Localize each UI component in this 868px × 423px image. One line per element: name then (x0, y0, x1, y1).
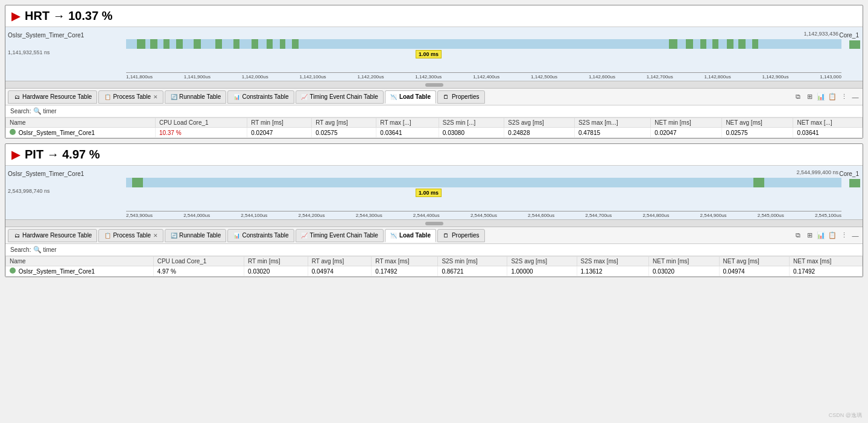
ruler-hrt: 1,141,800us 1,141,900us 1,142,000us 1,14… (126, 72, 841, 80)
scrollbar-pit[interactable] (5, 220, 863, 227)
action-more-hrt[interactable]: ⋮ (839, 92, 849, 102)
action-bar-pit[interactable]: 📋 (828, 231, 837, 240)
core-box-pit (849, 179, 860, 187)
cell-s2s-avg-pit-1: 1.00000 (507, 266, 577, 277)
panel-hrt: ▶ HRT → 10.37 % OsIsr_System_Timer_Core1… (5, 5, 863, 139)
col-net-avg-hrt: NET avg [ms] (722, 118, 793, 128)
search-bar-hrt: Search: 🔍 timer (5, 105, 863, 118)
tab-hrt-constraints[interactable]: 📊 Constraints Table (227, 90, 294, 104)
block-hrt-10 (280, 39, 285, 49)
block-hrt-17 (738, 39, 746, 49)
tab-hrt-process[interactable]: 📋 Process Table ✕ (98, 90, 163, 104)
panel-pit-title: PIT → 4.97 % (25, 148, 100, 161)
cell-s2s-min-hrt-1: 0.03080 (439, 128, 504, 138)
scrollbar-hrt[interactable] (5, 81, 863, 89)
cell-cpu-pit-1: 4.97 % (153, 266, 244, 277)
ns-right-pit: 2,544,999,400 ns (796, 169, 838, 175)
tab-pit-process[interactable]: 📋 Process Table ✕ (98, 229, 163, 242)
cell-name-pit-1: OsIsr_System_Timer_Core1 (6, 266, 154, 277)
scrollbar-thumb-hrt[interactable] (425, 83, 443, 87)
core-label-hrt: Core_1 (839, 32, 859, 39)
arrow-icon-pit[interactable]: ▶ (11, 148, 20, 161)
search-value-hrt[interactable]: timer (43, 108, 56, 114)
core-box-hrt (849, 40, 860, 49)
col-cpu-hrt: CPU Load Core_1 (155, 118, 247, 128)
tab-pit-properties[interactable]: 🗒 Properties (437, 229, 485, 242)
hardware-table-icon: 🗂 (13, 93, 21, 101)
block-hrt-18 (752, 39, 758, 49)
process-table-icon-pit: 📋 (104, 232, 111, 239)
action-chart-hrt[interactable]: 📊 (816, 92, 826, 102)
tabs-actions-hrt: ⧉ ⊞ 📊 📋 ⋮ — (793, 92, 860, 102)
track-label-pit: OsIsr_System_Timer_Core1 (8, 171, 84, 177)
search-icon-hrt: 🔍 (33, 107, 42, 115)
runnable-table-icon-pit: 🔄 (170, 232, 177, 239)
table-container-pit: Name CPU Load Core_1 RT min [ms] RT avg … (5, 256, 863, 277)
col-s2s-min-hrt: S2S min [...] (439, 118, 504, 128)
block-hrt-1 (137, 39, 145, 49)
col-rt-max-pit: RT max [ms] (372, 257, 438, 266)
action-grid-pit[interactable]: ⊞ (805, 231, 814, 240)
search-label-hrt: Search: (10, 108, 31, 114)
tab-pit-process-close[interactable]: ✕ (153, 233, 158, 239)
tab-hrt-properties[interactable]: 🗒 Properties (437, 90, 485, 104)
tab-pit-timing[interactable]: 📈 Timing Event Chain Table (296, 229, 384, 242)
tab-pit-runnable[interactable]: 🔄 Runnable Table (165, 229, 226, 242)
watermark: CSDN @逸璃 (829, 412, 862, 419)
ruler-pit: 2,543,900us 2,544,000us 2,544,100us 2,54… (126, 211, 841, 218)
cell-s2s-max-hrt-1: 0.47815 (574, 128, 650, 138)
block-hrt-4 (176, 39, 183, 49)
block-hrt-9 (267, 39, 273, 49)
block-hrt-12 (669, 39, 677, 49)
tab-hrt-hardware-label: Hardware Resource Table (22, 93, 92, 100)
tab-pit-process-label: Process Table (113, 232, 151, 239)
tab-hrt-hardware[interactable]: 🗂 Hardware Resource Table (8, 90, 97, 104)
tab-hrt-properties-label: Properties (452, 93, 480, 100)
tab-hrt-timing[interactable]: 📈 Timing Event Chain Table (296, 90, 384, 104)
tab-hrt-runnable[interactable]: 🔄 Runnable Table (165, 90, 226, 104)
tab-pit-properties-label: Properties (452, 232, 480, 239)
properties-icon-pit: 🗒 (443, 232, 450, 239)
data-table-hrt: Name CPU Load Core_1 RT min [ms] RT avg … (5, 118, 863, 138)
constraints-table-icon: 📊 (233, 93, 240, 101)
tabs-bar-pit: 🗂 Hardware Resource Table 📋 Process Tabl… (5, 227, 863, 244)
col-net-max-hrt: NET max [...] (793, 118, 863, 128)
action-min-pit[interactable]: — (851, 231, 860, 240)
core-label-pit: Core_1 (839, 171, 859, 177)
cell-rt-min-hrt-1: 0.02047 (247, 128, 312, 138)
cell-net-max-pit-1: 0.17492 (790, 266, 863, 277)
table-row-pit-1[interactable]: OsIsr_System_Timer_Core1 4.97 % 0.03020 … (6, 266, 863, 277)
timeline-pit: OsIsr_System_Timer_Core1 Core_1 1.00 ms … (5, 166, 863, 220)
action-bar-hrt[interactable]: 📋 (828, 92, 837, 102)
arrow-icon-hrt[interactable]: ▶ (11, 10, 20, 23)
tab-pit-hardware[interactable]: 🗂 Hardware Resource Table (8, 229, 97, 242)
action-grid-hrt[interactable]: ⊞ (805, 92, 814, 102)
load-table-icon-pit: 📉 (390, 232, 398, 239)
tab-hrt-process-close[interactable]: ✕ (153, 94, 158, 100)
action-copy-hrt[interactable]: ⧉ (793, 92, 803, 102)
scrollbar-thumb-pit[interactable] (425, 222, 443, 225)
cell-rt-min-pit-1: 0.03020 (244, 266, 308, 277)
col-cpu-pit: CPU Load Core_1 (153, 257, 244, 266)
tab-pit-load-label: Load Table (399, 232, 431, 239)
cell-rt-max-hrt-1: 0.03641 (376, 128, 439, 138)
action-more-pit[interactable]: ⋮ (839, 231, 849, 240)
col-s2s-min-pit: S2S min [ms] (438, 257, 507, 266)
col-rt-min-hrt: RT min [ms] (247, 118, 312, 128)
block-pit-1 (132, 178, 143, 187)
tab-hrt-runnable-label: Runnable Table (179, 93, 221, 100)
tab-pit-constraints[interactable]: 📊 Constraints Table (227, 229, 294, 242)
tab-pit-load[interactable]: 📉 Load Table (385, 229, 436, 242)
tab-pit-runnable-label: Runnable Table (179, 232, 221, 239)
col-rt-avg-pit: RT avg [ms] (308, 257, 372, 266)
timeline-hrt: OsIsr_System_Timer_Core1 Core_1 1.00 ms … (5, 27, 863, 81)
action-copy-pit[interactable]: ⧉ (793, 231, 803, 240)
search-value-pit[interactable]: timer (43, 246, 56, 253)
action-chart-pit[interactable]: 📊 (816, 231, 826, 240)
tab-hrt-load[interactable]: 📉 Load Table (385, 90, 436, 104)
action-min-hrt[interactable]: — (851, 92, 860, 102)
cell-cpu-hrt-1: 10.37 % (155, 128, 247, 138)
track-bg-pit (126, 178, 841, 187)
table-row-hrt-1[interactable]: OsIsr_System_Timer_Core1 10.37 % 0.02047… (6, 128, 863, 138)
tabs-actions-pit: ⧉ ⊞ 📊 📋 ⋮ — (793, 231, 860, 240)
